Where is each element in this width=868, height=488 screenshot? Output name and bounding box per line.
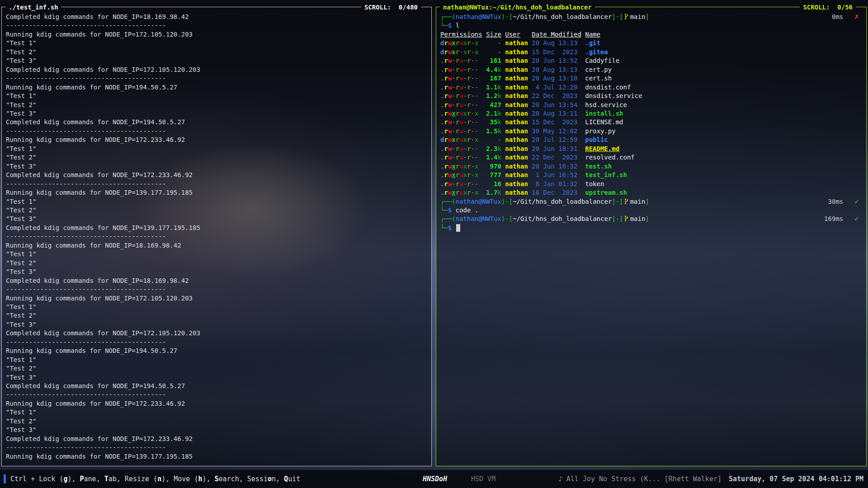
prompt-context: ┌──(nathan@NWTux)-[~/Git/hns_doh_loadbal… [440,197,649,206]
file-row: .rw-rw-r--1.1knathan 4 Jul 12:20dnsdist.… [440,83,864,92]
file-owner: nathan [505,153,528,162]
file-name: README.md [585,145,619,152]
command-duration: 30ms✓ [828,197,864,206]
typed-command: code . [456,206,479,215]
file-permissions: .rwxrwxr-x [440,188,482,197]
file-name: Caddyfile [585,57,619,64]
file-permissions: drwxrwxr-x [440,136,482,144]
border-segment [1,7,5,7]
terminal-screen: ./test_inf.sh SCROLL: 0/480 Completed kd… [0,0,868,488]
file-date-modified: 4 Jul 12:20 [532,83,581,92]
file-owner: nathan [505,56,528,65]
terminal-output-line: "Test 2" [6,417,429,426]
file-row: .rw-rw-r--161nathan20 Jun 13:52Caddyfile [440,56,864,65]
file-owner: nathan [505,136,528,144]
file-permissions: .rwxrwxr-x [440,171,482,179]
terminal-output-line: "Test 3" [6,215,429,223]
file-row: .rwxrwxr-x1.7knathan16 Dec 2023upstream.… [440,188,864,197]
border-segment [61,7,361,7]
file-row: .rw-rw-r--1.4knathan22 Dec 2023resolved.… [440,153,864,162]
file-row: .rw-rw-r--4.4knathan20 Aug 13:13cert.py [440,66,864,74]
command-success-icon: ✓ [854,215,859,223]
file-date-modified: 20 Aug 13:10 [532,74,581,83]
file-permissions: .rw-rw-r-- [440,118,482,127]
terminal-cursor[interactable] [456,224,460,232]
file-size: 35k [486,118,501,127]
file-name: test.sh [585,163,612,170]
terminal-output-line: Running kdig commands for NODE_IP=172.10… [6,294,429,303]
border-segment [856,7,867,7]
scroll-indicator: SCROLL: 0/56 [800,4,856,11]
terminal-output-line: Running kdig commands for NODE_IP=194.50… [6,83,429,92]
command-duration: 0ms✗ [832,13,864,21]
terminal-output-line: Completed kdig commands for NODE_IP=172.… [6,171,429,179]
file-date-modified: 20 Jun 16:32 [532,162,581,171]
file-permissions: .rw-rw-r-- [440,83,482,92]
file-owner: nathan [505,66,528,74]
terminal-output-line: Completed kdig commands for NODE_IP=194.… [6,118,429,127]
file-owner: nathan [505,188,528,197]
file-owner: nathan [505,92,528,100]
file-owner: nathan [505,127,528,136]
terminal-output-line: Completed kdig commands for NODE_IP=172.… [6,329,429,338]
terminal-output-line: "Test 3" [6,267,429,276]
file-permissions: drwxrwxr-x [440,39,482,47]
prompt-command-line: └─$ l [440,21,864,30]
file-size: 4.4k [486,66,501,74]
file-date-modified: 20 Jul 12:59 [532,136,581,144]
file-permissions: .rw-rw-r-- [440,127,482,136]
file-date-modified: 20 Jun 13:54 [532,101,581,109]
pane-shell[interactable]: nathan@NWTux:~/Git/hns_doh_loadbalancer … [436,2,867,466]
file-row: .rwxrwxr-x777nathan 1 Jun 16:52test_inf.… [440,171,864,179]
file-date-modified: 8 Jan 01:32 [532,180,581,188]
pane-test-inf-script[interactable]: ./test_inf.sh SCROLL: 0/480 Completed kd… [1,2,432,466]
now-playing: All Joy No Stress (K... [Rhett Walker] [566,475,722,483]
prompt-git-branch: main [630,13,646,20]
file-owner: nathan [505,145,528,153]
terminal-output-line: Completed kdig commands for NODE_IP=194.… [6,382,429,390]
listing-header: PermissionsSizeUserDate ModifiedName [440,30,864,39]
git-branch-icon [624,215,629,222]
typed-command: l [456,21,459,30]
file-name: .gitea [585,48,608,56]
file-size: 1.4k [486,153,501,162]
file-size: 2.3k [486,145,501,153]
file-row: .rwxrwxr-x970nathan20 Jun 16:32test.sh [440,162,864,171]
clock: Saturday, 07 Sep 2024 04:01:12 PM [729,475,863,483]
file-date-modified: 16 Dec 2023 [532,188,581,197]
file-owner: nathan [505,83,528,92]
terminal-output-line: "Test 1" [6,250,429,258]
terminal-output-line: Running kdig commands for NODE_IP=172.10… [6,30,429,39]
terminal-output-line: ----------------------------------------… [6,443,429,452]
terminal-output-line: ----------------------------------------… [6,74,429,83]
file-name: hsd.service [585,101,627,108]
terminal-output-line: Completed kdig commands for NODE_IP=172.… [6,66,429,74]
file-row: .rw-rw-r--16nathan 8 Jan 01:32token [440,180,864,188]
file-size: 2.1k [486,109,501,118]
terminal-output-line: ----------------------------------------… [6,127,429,136]
file-permissions: .rw-rw-r-- [440,180,482,188]
terminal-output-line: "Test 3" [6,162,429,171]
prompt-context: ┌──(nathan@NWTux)-[~/Git/hns_doh_loadbal… [440,215,649,223]
terminal-output-line: ----------------------------------------… [6,338,429,347]
prompt-header-line: ┌──(nathan@NWTux)-[~/Git/hns_doh_loadbal… [440,215,864,223]
file-owner: nathan [505,48,528,56]
prompt-git-branch: main [630,198,646,205]
terminal-output-line: ----------------------------------------… [6,285,429,294]
scroll-indicator: SCROLL: 0/480 [361,4,421,11]
terminal-output-line: "Test 2" [6,206,429,215]
prompt-path: ~/Git/hns_doh_loadbalancer [513,215,612,222]
file-size: 427 [486,101,501,109]
file-size: 167 [486,74,501,83]
file-permissions: .rw-rw-r-- [440,145,482,153]
terminal-output-line: ----------------------------------------… [6,180,429,188]
music-note-icon: ♪ [558,475,563,483]
file-permissions: .rw-rw-r-- [440,74,482,83]
terminal-output-line: "Test 3" [6,109,429,118]
prompt-user-host: nathan@NWTux [456,198,501,205]
file-row: drwxrwxr-x-nathan20 Aug 13:13.git [440,39,864,47]
file-owner: nathan [505,180,528,188]
pane-title: nathan@NWTux:~/Git/hns_doh_loadbalancer [440,4,595,11]
status-right: ♪ All Joy No Stress (K... [Rhett Walker]… [558,475,863,483]
file-permissions: .rw-rw-r-- [440,101,482,109]
